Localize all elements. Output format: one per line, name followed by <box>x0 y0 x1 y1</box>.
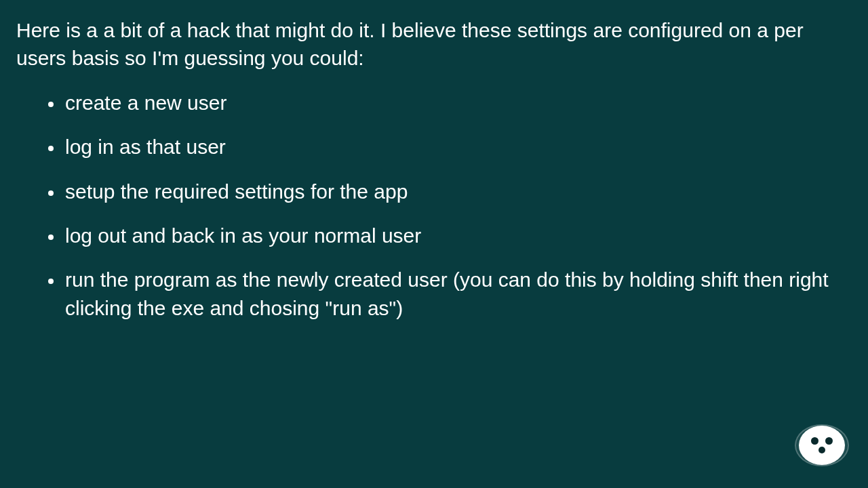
list-item: run the program as the newly created use… <box>64 266 852 322</box>
list-item: log in as that user <box>64 133 852 161</box>
post-intro: Here is a a bit of a hack that might do … <box>16 16 852 73</box>
list-item: create a new user <box>64 89 852 117</box>
list-item: setup the required settings for the app <box>64 178 852 205</box>
avatar-face-icon <box>799 426 845 465</box>
post-steps-list: create a new user log in as that user se… <box>16 89 852 322</box>
post-content: Here is a a bit of a hack that might do … <box>0 0 868 322</box>
list-item: log out and back in as your normal user <box>64 222 852 249</box>
author-avatar[interactable] <box>795 422 849 469</box>
